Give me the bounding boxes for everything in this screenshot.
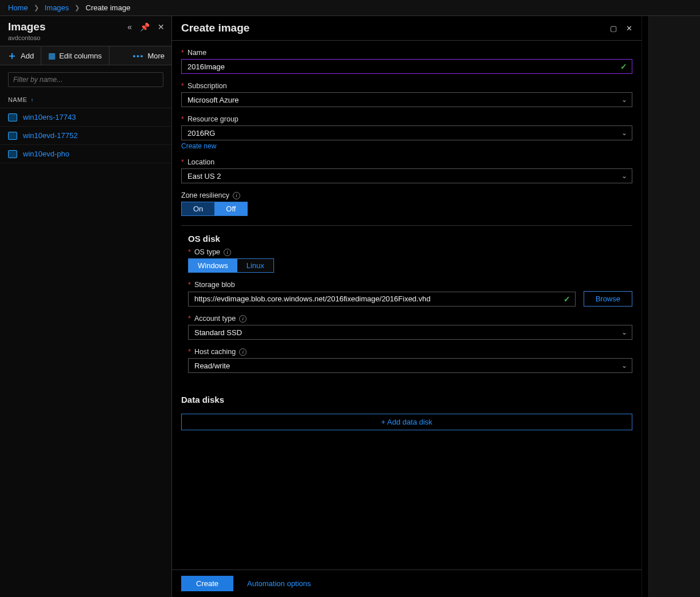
data-disks-title: Data disks xyxy=(181,395,632,404)
column-header[interactable]: NAME ↑ xyxy=(0,92,171,108)
zone-toggle[interactable]: On Off xyxy=(181,202,248,216)
right-gutter xyxy=(648,16,700,597)
required-icon: * xyxy=(188,348,191,356)
required-icon: * xyxy=(181,49,184,57)
chevron-down-icon: ⌄ xyxy=(621,96,627,104)
required-icon: * xyxy=(188,315,191,323)
os-disk-title: OS disk xyxy=(188,234,632,243)
storage-blob-value: https://evdimage.blob.core.windows.net/2… xyxy=(194,294,431,303)
host-caching-value: Read/write xyxy=(194,362,230,370)
panel-title: Images xyxy=(8,21,45,33)
chevron-down-icon: ⌄ xyxy=(621,362,627,370)
breadcrumb-home[interactable]: Home xyxy=(8,3,28,12)
more-button[interactable]: ••• More xyxy=(126,47,171,65)
name-label: Name xyxy=(187,49,206,57)
image-icon xyxy=(8,132,17,140)
info-icon[interactable]: i xyxy=(233,192,240,199)
info-icon[interactable]: i xyxy=(239,348,247,356)
check-icon: ✓ xyxy=(564,294,570,304)
image-icon xyxy=(8,113,17,121)
chevron-right-icon: ❯ xyxy=(75,4,80,11)
required-icon: * xyxy=(181,158,184,166)
list-item[interactable]: win10evd-17752 xyxy=(0,127,171,145)
collapse-icon[interactable]: « xyxy=(127,22,132,32)
list-item[interactable]: win10evd-pho xyxy=(0,145,171,163)
image-icon xyxy=(8,150,17,158)
os-type-toggle[interactable]: Windows Linux xyxy=(188,258,274,273)
breadcrumb: Home ❯ Images ❯ Create image xyxy=(0,0,700,16)
image-name: win10evd-17752 xyxy=(23,131,77,140)
required-icon: * xyxy=(181,115,184,123)
create-image-panel: Create image ▢ ✕ * Name 2016Image ✓ * Su… xyxy=(172,16,648,597)
list-item[interactable]: win10ers-17743 xyxy=(0,108,171,127)
host-caching-label: Host caching xyxy=(194,348,236,356)
create-new-link[interactable]: Create new xyxy=(181,142,216,150)
os-windows[interactable]: Windows xyxy=(189,259,237,272)
zone-on[interactable]: On xyxy=(182,202,214,215)
storage-blob-input[interactable]: https://evdimage.blob.core.windows.net/2… xyxy=(188,292,576,307)
required-icon: * xyxy=(188,281,191,289)
account-type-label: Account type xyxy=(194,315,236,323)
edit-columns-button[interactable]: ▦ Edit columns xyxy=(41,46,109,65)
required-icon: * xyxy=(181,82,184,90)
location-value: East US 2 xyxy=(187,172,221,180)
breadcrumb-images[interactable]: Images xyxy=(45,3,69,12)
info-icon[interactable]: i xyxy=(224,249,231,256)
edit-columns-label: Edit columns xyxy=(59,52,101,60)
form-title: Create image xyxy=(181,22,249,34)
chevron-right-icon: ❯ xyxy=(34,4,39,11)
name-value: 2016Image xyxy=(187,62,225,71)
images-panel: Images « 📌 ✕ avdcontoso ＋ Add ▦ Edit col… xyxy=(0,16,172,597)
os-type-label: OS type xyxy=(194,248,220,256)
storage-blob-label: Storage blob xyxy=(194,281,235,289)
breadcrumb-current: Create image xyxy=(85,3,130,12)
image-name: win10ers-17743 xyxy=(23,113,76,121)
account-type-select[interactable]: Standard SSD ⌄ xyxy=(188,325,632,340)
close-icon[interactable]: ✕ xyxy=(626,24,632,33)
subscription-select[interactable]: Microsoft Azure ⌄ xyxy=(181,92,632,107)
chevron-down-icon: ⌄ xyxy=(621,172,627,180)
sort-asc-icon: ↑ xyxy=(30,97,33,103)
add-button[interactable]: ＋ Add xyxy=(0,47,41,65)
os-linux[interactable]: Linux xyxy=(237,259,273,272)
ellipsis-icon: ••• xyxy=(133,52,144,60)
subscription-value: Microsoft Azure xyxy=(187,96,239,104)
create-button[interactable]: Create xyxy=(181,576,233,591)
required-icon: * xyxy=(188,248,191,256)
column-name-label: NAME xyxy=(8,96,27,103)
resource-group-label: Resource group xyxy=(187,115,238,123)
panel-subtitle: avdcontoso xyxy=(0,34,171,46)
zone-label: Zone resiliency xyxy=(181,191,229,199)
name-input[interactable]: 2016Image ✓ xyxy=(181,59,632,74)
close-icon[interactable]: ✕ xyxy=(158,22,165,32)
account-type-value: Standard SSD xyxy=(194,328,242,337)
automation-options-link[interactable]: Automation options xyxy=(247,579,311,588)
columns-icon: ▦ xyxy=(48,51,56,60)
more-label: More xyxy=(147,52,165,60)
chevron-down-icon: ⌄ xyxy=(621,328,627,336)
pin-icon[interactable]: 📌 xyxy=(140,22,150,32)
host-caching-select[interactable]: Read/write ⌄ xyxy=(188,358,632,373)
check-icon: ✓ xyxy=(620,62,627,71)
add-label: Add xyxy=(21,52,34,60)
images-toolbar: ＋ Add ▦ Edit columns ••• More xyxy=(0,46,171,65)
form-footer: Create Automation options xyxy=(172,569,642,597)
info-icon[interactable]: i xyxy=(239,315,247,323)
location-select[interactable]: East US 2 ⌄ xyxy=(181,168,632,183)
filter-input[interactable]: Filter by name... xyxy=(8,72,163,87)
location-label: Location xyxy=(187,158,214,166)
resource-group-select[interactable]: 2016RG ⌄ xyxy=(181,125,632,140)
image-name: win10evd-pho xyxy=(23,150,69,158)
images-list: win10ers-17743 win10evd-17752 win10evd-p… xyxy=(0,108,171,163)
resource-group-value: 2016RG xyxy=(187,129,215,138)
subscription-label: Subscription xyxy=(187,82,227,90)
os-disk-section: OS disk * OS type i Windows Linux * Stor… xyxy=(181,225,632,384)
zone-off[interactable]: Off xyxy=(214,202,247,215)
add-data-disk-button[interactable]: + Add data disk xyxy=(181,414,632,430)
maximize-icon[interactable]: ▢ xyxy=(610,24,617,33)
chevron-down-icon: ⌄ xyxy=(621,129,627,137)
browse-button[interactable]: Browse xyxy=(584,291,632,307)
